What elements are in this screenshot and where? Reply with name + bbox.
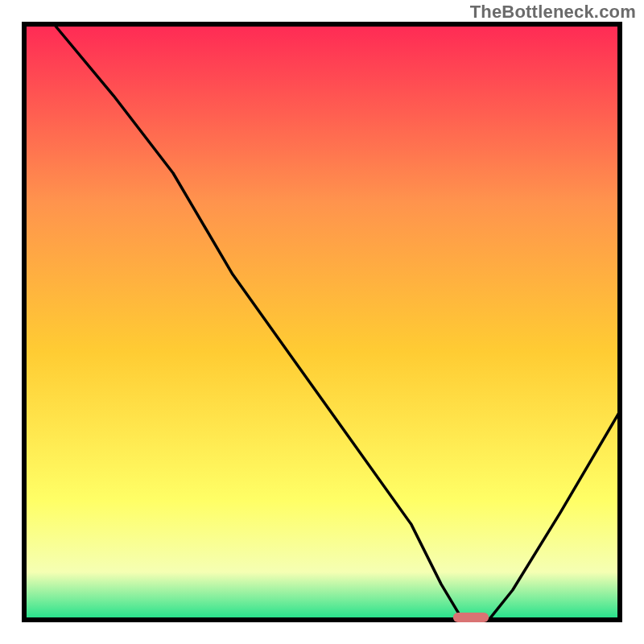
watermark-text: TheBottleneck.com [470, 2, 636, 23]
bottleneck-chart [0, 0, 644, 644]
heatmap-background [24, 24, 620, 620]
optimal-marker [453, 613, 489, 622]
chart-frame: TheBottleneck.com [0, 0, 644, 644]
